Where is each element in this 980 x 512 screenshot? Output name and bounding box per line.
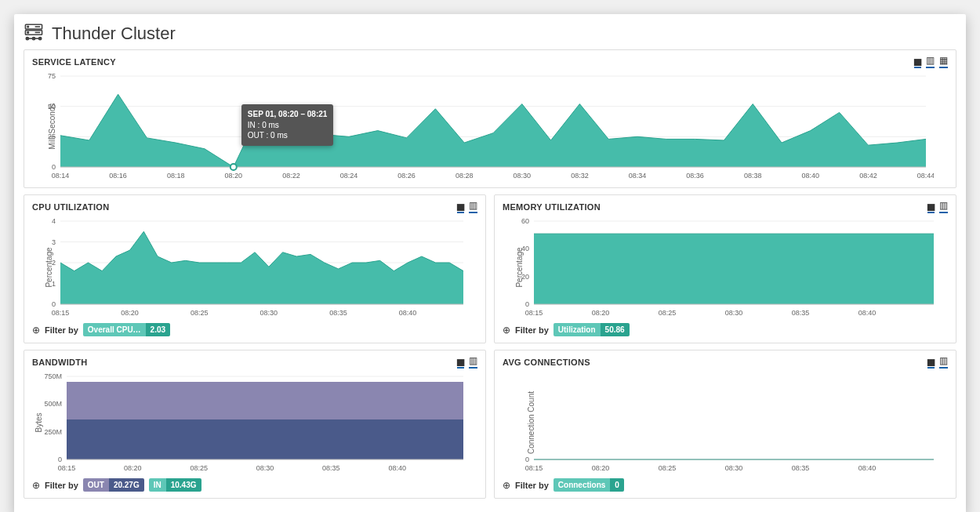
chart-type-switcher: ▅ ▥ ▦ bbox=[914, 55, 948, 68]
svg-text:08:28: 08:28 bbox=[456, 172, 474, 180]
filter-row: ⊕ Filter by Utilization 50.86 bbox=[503, 323, 948, 336]
svg-marker-18 bbox=[60, 94, 926, 167]
table-icon[interactable]: ▦ bbox=[939, 55, 948, 68]
svg-point-1 bbox=[27, 26, 29, 27]
svg-text:08:36: 08:36 bbox=[686, 172, 704, 180]
filter-pill[interactable]: Utilization 50.86 bbox=[554, 323, 630, 336]
svg-text:08:20: 08:20 bbox=[592, 309, 610, 317]
pill-label: Overall CPU… bbox=[83, 323, 146, 336]
svg-text:08:34: 08:34 bbox=[629, 172, 647, 180]
svg-text:08:20: 08:20 bbox=[124, 464, 142, 472]
svg-text:250M: 250M bbox=[44, 428, 62, 436]
pill-label: Utilization bbox=[554, 323, 601, 336]
panel-title: MEMORY UTILIZATION bbox=[503, 202, 601, 212]
svg-text:08:20: 08:20 bbox=[592, 464, 610, 472]
svg-text:08:38: 08:38 bbox=[744, 172, 762, 180]
gear-icon[interactable]: ⊕ bbox=[503, 480, 510, 491]
filter-by-label: Filter by bbox=[45, 325, 78, 335]
svg-text:08:15: 08:15 bbox=[58, 464, 76, 472]
svg-text:08:25: 08:25 bbox=[190, 464, 208, 472]
chart-cpu[interactable]: Percentage 0123408:1508:2008:2508:3008:3… bbox=[32, 216, 477, 318]
chart-type-switcher: ▅ ▥ bbox=[927, 355, 948, 369]
chart-tooltip: SEP 01, 08:20 – 08:21 IN : 0 ms OUT : 0 … bbox=[241, 104, 334, 146]
svg-text:08:30: 08:30 bbox=[260, 309, 278, 317]
bar-chart-icon[interactable]: ▥ bbox=[939, 355, 948, 369]
panel-title: CPU UTILIZATION bbox=[32, 202, 109, 212]
svg-text:08:18: 08:18 bbox=[167, 172, 185, 180]
svg-point-8 bbox=[32, 38, 34, 40]
svg-text:500M: 500M bbox=[44, 400, 62, 408]
svg-text:0: 0 bbox=[525, 456, 529, 463]
filter-row: ⊕ Filter by OUT 20.27G IN 10.43G bbox=[32, 478, 477, 492]
svg-text:08:30: 08:30 bbox=[725, 464, 743, 472]
svg-text:08:35: 08:35 bbox=[329, 309, 347, 317]
bar-chart-icon[interactable]: ▥ bbox=[469, 200, 477, 213]
filter-row: ⊕ Filter by Connections 0 bbox=[503, 478, 948, 492]
chart-connections[interactable]: Connection Count 008:1508:2008:2508:3008… bbox=[503, 372, 948, 474]
area-chart-icon[interactable]: ▅ bbox=[927, 200, 935, 213]
gear-icon[interactable]: ⊕ bbox=[503, 325, 510, 336]
svg-text:08:40: 08:40 bbox=[399, 309, 417, 317]
svg-text:08:40: 08:40 bbox=[802, 172, 820, 180]
pill-value: 20.27G bbox=[109, 478, 144, 492]
gear-icon[interactable]: ⊕ bbox=[32, 325, 40, 336]
filter-pill-in[interactable]: IN 10.43G bbox=[149, 478, 201, 492]
svg-text:08:26: 08:26 bbox=[397, 172, 416, 180]
page-card: Thunder Cluster SERVICE LATENCY ▅ ▥ ▦ Mi… bbox=[14, 14, 966, 512]
svg-text:750M: 750M bbox=[44, 372, 62, 380]
filter-pill-out[interactable]: OUT 20.27G bbox=[83, 478, 144, 492]
area-chart-icon[interactable]: ▅ bbox=[914, 55, 921, 68]
tooltip-header: SEP 01, 08:20 – 08:21 bbox=[248, 109, 328, 120]
pill-label: IN bbox=[149, 478, 166, 492]
panel-bandwidth: BANDWIDTH ▅ ▥ Bytes 0250M500M750M08:1508… bbox=[24, 350, 486, 499]
cluster-icon bbox=[24, 22, 44, 45]
area-chart-icon[interactable]: ▅ bbox=[457, 355, 464, 369]
svg-text:08:20: 08:20 bbox=[121, 309, 139, 317]
pill-value: 2.03 bbox=[146, 323, 170, 336]
chart-bandwidth[interactable]: Bytes 0250M500M750M08:1508:2008:2508:300… bbox=[32, 372, 477, 474]
svg-text:08:30: 08:30 bbox=[256, 464, 274, 472]
gear-icon[interactable]: ⊕ bbox=[32, 480, 40, 491]
svg-text:0: 0 bbox=[52, 300, 56, 308]
tooltip-line: IN : 0 ms bbox=[248, 120, 328, 131]
filter-pill[interactable]: Overall CPU… 2.03 bbox=[83, 323, 170, 336]
svg-text:08:14: 08:14 bbox=[52, 172, 70, 180]
chart-type-switcher: ▅ ▥ bbox=[457, 200, 477, 213]
svg-text:08:35: 08:35 bbox=[792, 464, 810, 472]
svg-text:08:20: 08:20 bbox=[225, 172, 243, 180]
pill-value: 50.86 bbox=[601, 323, 630, 336]
page-header: Thunder Cluster bbox=[24, 19, 956, 49]
panel-title: SERVICE LATENCY bbox=[32, 57, 116, 67]
chart-service-latency[interactable]: Milli Seconds 025507508:1408:1608:1808:2… bbox=[32, 71, 948, 181]
svg-marker-80 bbox=[67, 382, 463, 419]
bar-chart-icon[interactable]: ▥ bbox=[939, 200, 948, 213]
panel-service-latency: SERVICE LATENCY ▅ ▥ ▦ Milli Seconds 0255… bbox=[24, 49, 956, 188]
area-chart-icon[interactable]: ▅ bbox=[927, 355, 935, 369]
filter-pill[interactable]: Connections 0 bbox=[554, 478, 624, 492]
svg-text:08:15: 08:15 bbox=[525, 464, 543, 472]
svg-marker-63 bbox=[534, 234, 934, 304]
pill-value: 0 bbox=[610, 478, 624, 492]
svg-text:08:40: 08:40 bbox=[388, 464, 406, 472]
area-chart-icon[interactable]: ▅ bbox=[457, 200, 464, 213]
svg-text:08:35: 08:35 bbox=[322, 464, 340, 472]
svg-text:0: 0 bbox=[525, 300, 529, 308]
svg-marker-47 bbox=[60, 231, 463, 304]
bar-chart-icon[interactable]: ▥ bbox=[926, 55, 935, 68]
svg-point-36 bbox=[230, 164, 237, 170]
svg-text:08:40: 08:40 bbox=[858, 309, 877, 317]
filter-by-label: Filter by bbox=[515, 481, 549, 490]
y-axis-label: Connection Count bbox=[527, 391, 535, 454]
svg-text:08:15: 08:15 bbox=[52, 309, 70, 317]
svg-text:08:24: 08:24 bbox=[340, 172, 358, 180]
bar-chart-icon[interactable]: ▥ bbox=[469, 355, 477, 369]
svg-text:08:40: 08:40 bbox=[858, 464, 877, 472]
filter-by-label: Filter by bbox=[515, 325, 549, 335]
svg-text:08:15: 08:15 bbox=[525, 309, 543, 317]
svg-point-9 bbox=[39, 38, 42, 40]
svg-text:3: 3 bbox=[52, 238, 56, 246]
svg-text:0: 0 bbox=[52, 163, 56, 171]
panel-cpu-utilization: CPU UTILIZATION ▅ ▥ Percentage 0123408:1… bbox=[24, 194, 486, 343]
chart-memory[interactable]: Percentage 020406008:1508:2008:2508:3008… bbox=[503, 216, 948, 318]
filter-row: ⊕ Filter by Overall CPU… 2.03 bbox=[32, 323, 477, 336]
